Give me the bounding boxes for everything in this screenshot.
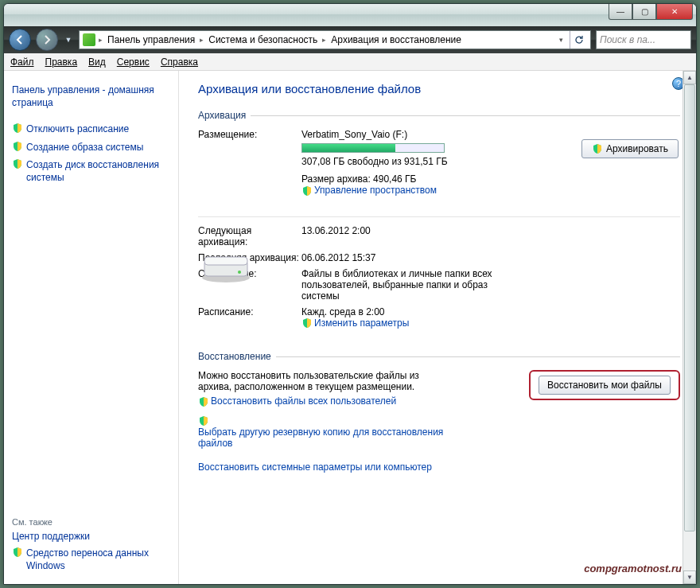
shield-icon bbox=[12, 141, 23, 152]
scroll-up-button[interactable]: ▲ bbox=[683, 71, 696, 84]
minimize-button[interactable]: — bbox=[609, 4, 632, 20]
choose-other-backup-link[interactable]: Выбрать другую резервную копию для восст… bbox=[198, 426, 469, 449]
sidebar-item-label: Создание образа системы bbox=[26, 141, 143, 154]
schedule-label: Расписание: bbox=[198, 306, 301, 331]
sidebar-item-label: Отключить расписание bbox=[26, 123, 129, 135]
location-value: Verbatim_Sony_Vaio (F:) bbox=[301, 129, 680, 140]
address-dropdown[interactable]: ▾ bbox=[556, 36, 566, 44]
breadcrumb-item[interactable]: Система и безопасность bbox=[207, 34, 319, 45]
sidebar-item-create-image[interactable]: Создание образа системы bbox=[12, 141, 170, 154]
address-bar[interactable]: ▸ Панель управления ▸ Система и безопасн… bbox=[79, 30, 591, 49]
content: ? Архивация или восстановление файлов Ар… bbox=[179, 71, 696, 584]
forward-button[interactable] bbox=[36, 29, 58, 51]
change-params-link[interactable]: Изменить параметры bbox=[301, 317, 409, 329]
scroll-thumb[interactable] bbox=[684, 84, 695, 532]
drive-icon bbox=[198, 246, 254, 284]
menu-view[interactable]: Вид bbox=[88, 56, 106, 68]
search-placeholder: Поиск в па... bbox=[600, 34, 655, 45]
support-center-link[interactable]: Центр поддержки bbox=[12, 530, 170, 543]
next-backup-label: Следующая архивация: bbox=[198, 225, 301, 247]
sidebar-item-disable-schedule[interactable]: Отключить расписание bbox=[12, 123, 170, 135]
search-input[interactable]: Поиск в па... bbox=[596, 30, 691, 49]
archive-button[interactable]: Архивировать bbox=[581, 139, 679, 158]
svg-point-3 bbox=[238, 271, 241, 274]
navbar: ▼ ▸ Панель управления ▸ Система и безопа… bbox=[4, 26, 696, 53]
archive-size: Размер архива: 490,46 ГБ bbox=[301, 173, 680, 185]
window-buttons: — ▢ ✕ bbox=[609, 4, 693, 20]
see-also-label: См. также bbox=[12, 517, 170, 527]
breadcrumb-item[interactable]: Панель управления bbox=[106, 34, 196, 45]
menu-help[interactable]: Справка bbox=[161, 56, 198, 68]
last-backup-value: 06.06.2012 15:37 bbox=[301, 252, 680, 263]
menu-edit[interactable]: Правка bbox=[45, 56, 78, 68]
sidebar-item-create-recovery-disc[interactable]: Создать диск восстановления системы bbox=[12, 158, 170, 184]
restore-my-files-button[interactable]: Восстановить мои файлы bbox=[539, 376, 671, 395]
chevron-right-icon: ▸ bbox=[322, 36, 326, 44]
shield-icon bbox=[12, 158, 23, 169]
svg-rect-2 bbox=[204, 257, 247, 265]
transfer-tool-label: Средство переноса данных Windows bbox=[26, 547, 170, 572]
close-button[interactable]: ✕ bbox=[656, 4, 693, 20]
menu-tools[interactable]: Сервис bbox=[117, 56, 150, 68]
shield-icon bbox=[301, 317, 312, 328]
restore-section-label: Восстановление bbox=[198, 351, 680, 362]
window: — ▢ ✕ ▼ ▸ Панель управления ▸ Система и … bbox=[3, 3, 697, 585]
breadcrumb-item[interactable]: Архивация и восстановление bbox=[329, 34, 463, 45]
restore-my-files-button-highlight: Восстановить мои файлы bbox=[529, 370, 680, 400]
chevron-right-icon: ▸ bbox=[99, 36, 103, 44]
schedule-value: Кажд. среда в 2:00 bbox=[301, 306, 680, 317]
refresh-button[interactable] bbox=[570, 31, 587, 49]
page-title: Архивация или восстановление файлов bbox=[198, 82, 680, 95]
restore-system-link[interactable]: Восстановить системные параметры или ком… bbox=[198, 461, 513, 473]
restore-all-users-link[interactable]: Восстановить файлы всех пользователей bbox=[198, 395, 396, 407]
scrollbar[interactable]: ▲ ▼ bbox=[682, 71, 696, 584]
shield-icon bbox=[12, 123, 23, 134]
location-label: Размещение: bbox=[198, 129, 301, 198]
restore-description: Можно восстановить пользовательские файл… bbox=[198, 370, 453, 392]
menubar: Файл Правка Вид Сервис Справка bbox=[4, 53, 696, 71]
control-panel-home-link[interactable]: Панель управления - домашняя страница bbox=[12, 84, 170, 109]
shield-icon bbox=[12, 547, 23, 558]
disk-usage-bar bbox=[301, 143, 445, 153]
menu-file[interactable]: Файл bbox=[10, 56, 34, 68]
control-panel-icon bbox=[83, 33, 95, 46]
archive-button-label: Архивировать bbox=[606, 143, 668, 154]
sidebar: Панель управления - домашняя страница От… bbox=[4, 71, 179, 584]
back-button[interactable] bbox=[9, 29, 31, 51]
watermark: compgramotnost.ru bbox=[584, 563, 682, 574]
shield-icon bbox=[198, 396, 208, 407]
manage-space-link[interactable]: Управление пространством bbox=[301, 185, 437, 196]
history-dropdown[interactable]: ▼ bbox=[63, 32, 74, 48]
sidebar-item-label: Создать диск восстановления системы bbox=[26, 158, 170, 184]
chevron-right-icon: ▸ bbox=[200, 36, 204, 44]
archiving-section-label: Архивация bbox=[198, 110, 680, 121]
scroll-down-button[interactable]: ▼ bbox=[683, 570, 696, 584]
titlebar: — ▢ ✕ bbox=[4, 4, 696, 26]
next-backup-value: 13.06.2012 2:00 bbox=[301, 225, 680, 247]
shield-icon bbox=[198, 415, 208, 426]
maximize-button[interactable]: ▢ bbox=[632, 4, 656, 20]
contents-value: Файлы в библиотеках и личные папки всех … bbox=[301, 268, 524, 302]
shield-icon bbox=[301, 185, 312, 196]
body: Панель управления - домашняя страница От… bbox=[4, 71, 696, 584]
transfer-tool-link[interactable]: Средство переноса данных Windows bbox=[12, 547, 170, 572]
scroll-track[interactable] bbox=[683, 84, 696, 570]
shield-icon bbox=[592, 143, 603, 154]
